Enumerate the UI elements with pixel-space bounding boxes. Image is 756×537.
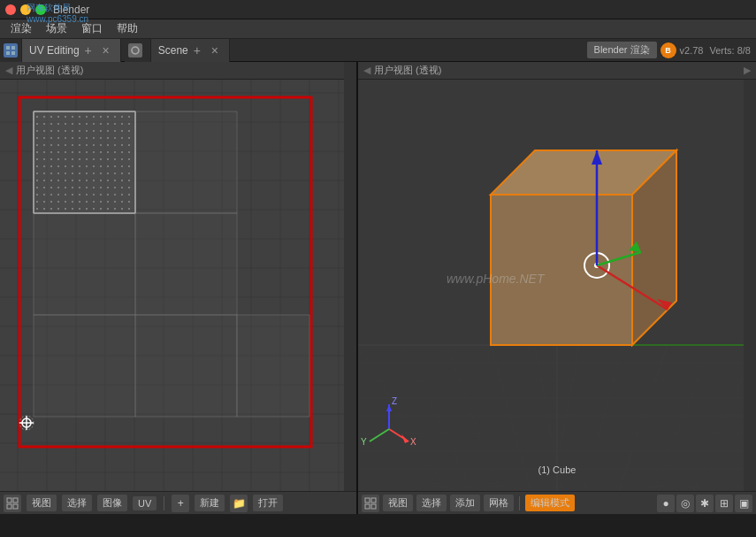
svg-rect-40 — [237, 315, 309, 417]
svg-text:X: X — [410, 437, 416, 447]
svg-rect-51 — [7, 498, 11, 502]
tabsbar: UV Editing + × Scene + × Blender 渲染 B v2… — [0, 39, 756, 62]
viewport-sep — [519, 496, 520, 510]
svg-rect-52 — [13, 498, 18, 502]
blender-logo: B — [661, 42, 676, 58]
tab-scene-label: Scene — [158, 44, 188, 57]
tabsbar-right: Blender 渲染 B v2.78 Verts: 8/8 — [587, 42, 756, 58]
tab-scene-add-icon[interactable]: + — [190, 43, 204, 58]
uv-uv-btn[interactable]: UV — [133, 496, 157, 510]
svg-rect-99 — [365, 498, 370, 502]
viewport-icon2[interactable]: ◎ — [676, 495, 694, 512]
viewport-view-icon[interactable] — [362, 495, 379, 512]
uv-tab-icon — [4, 43, 18, 58]
svg-text:Z: Z — [392, 396, 397, 406]
tab-add-icon[interactable]: + — [81, 43, 95, 58]
watermark-line1: 网东软件局 — [27, 2, 88, 14]
svg-marker-78 — [491, 195, 632, 345]
uv-bottom-bar: 视图 选择 图像 UV + 新建 📁 打开 — [0, 491, 356, 514]
viewport-view-btn[interactable]: 视图 — [383, 495, 413, 511]
uv-open-icon[interactable]: 📁 — [230, 495, 248, 512]
viewport-right-scrollbar[interactable] — [744, 80, 756, 491]
viewport-icon4[interactable]: ⊞ — [715, 495, 733, 512]
svg-rect-102 — [371, 504, 376, 509]
svg-rect-36 — [34, 213, 135, 315]
svg-rect-2 — [6, 51, 10, 55]
svg-rect-37 — [135, 213, 237, 315]
svg-rect-53 — [7, 504, 11, 509]
tab-scene-close-icon[interactable]: × — [208, 43, 222, 58]
uv-panel-arrow: ◀ — [5, 65, 12, 76]
svg-text:Y: Y — [361, 437, 367, 447]
viewport-panel-arrow: ◀ — [363, 65, 370, 76]
uv-grid-svg — [0, 80, 356, 491]
watermark-line2: www.pc6359.cn — [27, 14, 88, 24]
tab-scene[interactable]: Scene + × — [151, 39, 230, 62]
uv-top-bar: ◀ 用户视图 (透视) ▶ — [0, 62, 356, 80]
main-content: ◀ 用户视图 (透视) ▶ — [0, 62, 756, 514]
svg-text:www.pHome.NET: www.pHome.NET — [447, 272, 546, 286]
close-button[interactable] — [5, 4, 16, 15]
edit-mode-btn[interactable]: 编辑模式 — [525, 495, 575, 511]
titlebar: Blender 网东软件局 www.pc6359.cn — [0, 0, 756, 19]
svg-rect-3 — [11, 51, 15, 55]
viewport-add-btn[interactable]: 添加 — [450, 495, 480, 511]
svg-rect-54 — [13, 504, 18, 509]
svg-rect-1 — [11, 46, 15, 50]
viewport-bottom-bar: 视图 选择 添加 网格 编辑模式 ● ◎ ✱ ⊞ ▣ — [358, 491, 756, 514]
viewport-right-arrow: ▶ — [744, 65, 751, 76]
tab-uv-editing[interactable]: UV Editing + × — [22, 39, 121, 62]
viewport-icon5[interactable]: ▣ — [735, 495, 752, 512]
svg-rect-0 — [6, 46, 10, 50]
uv-new-btn[interactable]: 新建 — [195, 495, 225, 511]
viewport-top-bar: ◀ 用户视图 (透视) ▶ — [358, 62, 756, 80]
uv-new-icon[interactable]: + — [172, 495, 189, 512]
render-engine-button[interactable]: Blender 渲染 — [587, 42, 657, 58]
svg-rect-100 — [371, 498, 376, 502]
uv-image-btn[interactable]: 图像 — [97, 495, 127, 511]
viewport-panel-label: 用户视图 (透视) — [374, 64, 441, 77]
tab-close-icon[interactable]: × — [99, 43, 113, 58]
viewport-icon3[interactable]: ✱ — [696, 495, 714, 512]
svg-rect-35 — [135, 111, 237, 213]
uv-view-btn[interactable]: 视图 — [27, 495, 57, 511]
separator1 — [164, 496, 164, 510]
viewport-icon1[interactable]: ● — [657, 495, 675, 512]
svg-rect-38 — [34, 315, 135, 417]
svg-text:(1) Cube: (1) Cube — [538, 464, 577, 475]
uv-canvas[interactable] — [0, 80, 356, 491]
watermark-top: 网东软件局 www.pc6359.cn — [27, 2, 88, 24]
menubar: 渲染 场景 窗口 帮助 — [0, 19, 756, 39]
uv-select-btn[interactable]: 选择 — [62, 495, 92, 511]
svg-rect-101 — [365, 504, 370, 509]
svg-rect-39 — [135, 315, 237, 417]
uv-panel: ◀ 用户视图 (透视) ▶ — [0, 62, 358, 514]
uv-panel-label: 用户视图 (透视) — [16, 64, 83, 77]
version-text: v2.78 Verts: 8/8 — [680, 45, 751, 56]
svg-point-4 — [132, 47, 139, 54]
tab-uv-editing-label: UV Editing — [29, 44, 80, 57]
viewport-canvas[interactable]: www.pHome.NET Z X Y (1) Cube — [358, 80, 756, 491]
scene-tab-icon — [128, 43, 142, 58]
viewport-mesh-btn[interactable]: 网格 — [484, 495, 514, 511]
uv-right-scrollbar[interactable] — [344, 62, 356, 491]
svg-rect-46 — [34, 111, 135, 213]
viewport-panel: ◀ 用户视图 (透视) ▶ — [358, 62, 756, 514]
viewport-svg: www.pHome.NET Z X Y (1) Cube — [358, 80, 756, 491]
menu-help[interactable]: 帮助 — [110, 19, 145, 38]
uv-open-btn[interactable]: 打开 — [253, 495, 283, 511]
viewport-select-btn[interactable]: 选择 — [416, 495, 447, 511]
uv-view-icon[interactable] — [4, 495, 21, 512]
